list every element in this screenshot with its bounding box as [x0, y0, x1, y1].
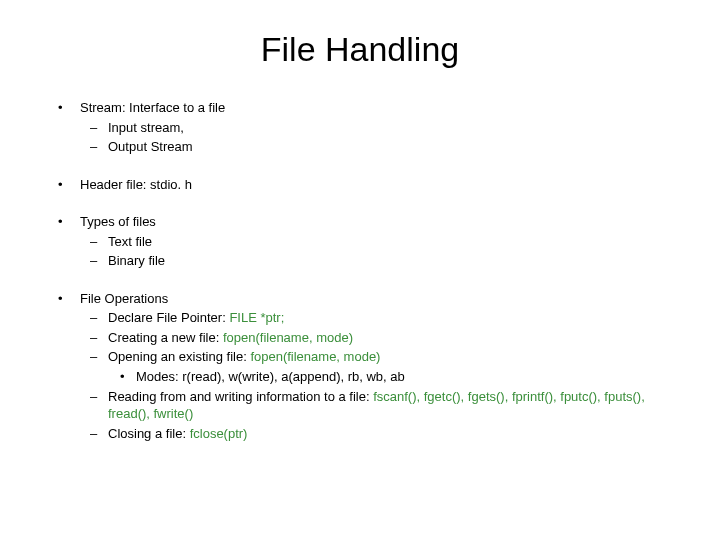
- sublist: Input stream, Output Stream: [80, 119, 670, 156]
- subsublist: Modes: r(read), w(write), a(append), rb,…: [108, 368, 670, 386]
- code: FILE *ptr;: [229, 310, 284, 325]
- text: Declare File Pointer:: [108, 310, 229, 325]
- bullet-text: Types of files: [80, 214, 156, 229]
- text: Reading from and writing information to …: [108, 389, 373, 404]
- sub-item: Text file: [80, 233, 670, 251]
- sub-item-declare: Declare File Pointer: FILE *ptr;: [80, 309, 670, 327]
- code: fopen(filename, mode): [223, 330, 353, 345]
- bullet-header-file: Header file: stdio. h: [50, 176, 670, 194]
- sub-item-create: Creating a new file: fopen(filename, mod…: [80, 329, 670, 347]
- sub-item: Output Stream: [80, 138, 670, 156]
- slide: File Handling Stream: Interface to a fil…: [0, 0, 720, 540]
- text: Creating a new file:: [108, 330, 223, 345]
- sublist: Declare File Pointer: FILE *ptr; Creatin…: [80, 309, 670, 442]
- bullet-text: File Operations: [80, 291, 168, 306]
- code: fopen(filename, mode): [250, 349, 380, 364]
- bullet-text: Stream: Interface to a file: [80, 100, 225, 115]
- sublist: Text file Binary file: [80, 233, 670, 270]
- bullet-stream: Stream: Interface to a file Input stream…: [50, 99, 670, 156]
- bullet-types: Types of files Text file Binary file: [50, 213, 670, 270]
- sub-item: Input stream,: [80, 119, 670, 137]
- bullet-list: Stream: Interface to a file Input stream…: [50, 99, 670, 442]
- code: fclose(ptr): [190, 426, 248, 441]
- sub-item-open: Opening an existing file: fopen(filename…: [80, 348, 670, 385]
- sub-item: Binary file: [80, 252, 670, 270]
- slide-title: File Handling: [50, 30, 670, 69]
- bullet-operations: File Operations Declare File Pointer: FI…: [50, 290, 670, 442]
- text: Opening an existing file:: [108, 349, 250, 364]
- text: Closing a file:: [108, 426, 190, 441]
- sub-item-close: Closing a file: fclose(ptr): [80, 425, 670, 443]
- sub-item-readwrite: Reading from and writing information to …: [80, 388, 670, 423]
- modes-item: Modes: r(read), w(write), a(append), rb,…: [108, 368, 670, 386]
